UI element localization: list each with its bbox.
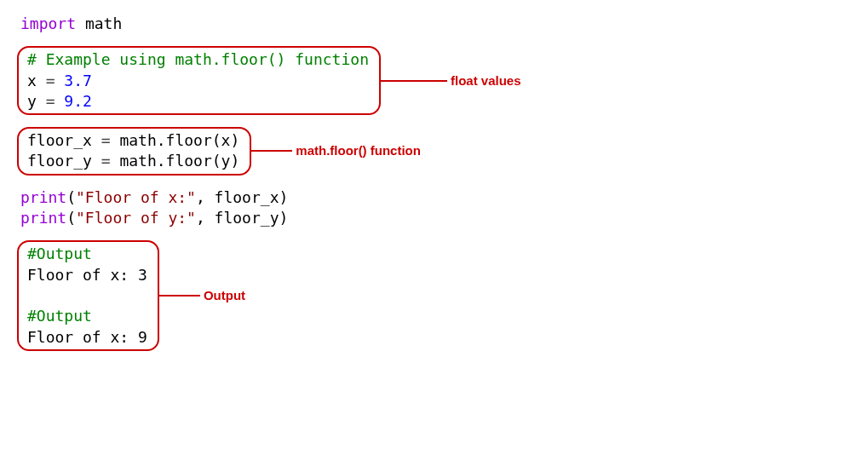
comment-text: # Example using math.floor() function (27, 50, 369, 68)
annotation-connector-icon (158, 295, 200, 296)
floor-y-close: ) (230, 152, 239, 170)
output-annotation: Output (204, 287, 245, 304)
print-y-open: ( (66, 209, 76, 227)
float-values-annotation: float values (451, 72, 521, 89)
val-y: 9.2 (64, 92, 92, 110)
print-block: print("Floor of x:", floor_x) print("Flo… (20, 187, 851, 229)
floor-y-mod: math (119, 152, 156, 170)
print-y-fn: print (20, 209, 66, 227)
annotation-connector-icon (379, 80, 447, 82)
floor-fn-annotation: math.floor() function (296, 142, 421, 159)
val-x: 3.7 (64, 72, 92, 89)
float-values-box: # Example using math.floor() function x … (17, 46, 381, 115)
floor-y-open: ( (212, 152, 221, 170)
var-x: x (27, 72, 37, 89)
print-y: print("Floor of y:", floor_y) (20, 208, 851, 228)
print-y-comma: , (196, 209, 215, 227)
output-comment-2: #Output (27, 306, 147, 326)
print-x-arg: floor_x (215, 188, 279, 206)
print-x: print("Floor of x:", floor_x) (20, 187, 851, 208)
print-x-comma: , (196, 188, 215, 206)
print-y-str: "Floor of y:" (76, 209, 196, 227)
floor-x-eq: = (92, 131, 120, 149)
floor-x-fn: floor (166, 131, 212, 149)
import-module: math (85, 14, 122, 32)
floor-y-line: floor_y = math.floor(y) (27, 151, 239, 171)
print-x-close: ) (279, 188, 288, 206)
floor-y-arg: y (221, 152, 231, 170)
print-x-open: ( (66, 188, 76, 206)
assign-x: x = 3.7 (27, 71, 369, 91)
import-keyword: import (20, 14, 76, 32)
floor-y-dot: . (157, 152, 166, 170)
output-comment-1: #Output (27, 244, 147, 264)
floor-x-var: floor_x (27, 131, 92, 149)
comment-line: # Example using math.floor() function (27, 49, 369, 70)
floor-x-close: ) (230, 131, 239, 149)
float-values-row: # Example using math.floor() function x … (17, 46, 851, 115)
floor-y-eq: = (92, 152, 120, 170)
annotation-connector-icon (250, 150, 292, 152)
output-line-1: Floor of x: 3 (27, 265, 147, 285)
floor-x-line: floor_x = math.floor(x) (27, 130, 239, 151)
print-x-fn: print (20, 188, 66, 206)
floor-y-fn: floor (166, 152, 212, 170)
print-y-arg: floor_y (215, 209, 279, 227)
assign-y: y = 9.2 (27, 91, 369, 112)
floor-fn-row: floor_x = math.floor(x) floor_y = math.f… (17, 127, 851, 176)
output-row: #Output Floor of x: 3 #Output Floor of x… (17, 240, 851, 350)
output-blank (27, 285, 147, 306)
var-y: y (27, 92, 37, 110)
import-line: import math (20, 9, 851, 34)
floor-fn-box: floor_x = math.floor(x) floor_y = math.f… (17, 127, 251, 176)
print-y-close: ) (279, 209, 288, 227)
output-c1: #Output (27, 245, 92, 262)
output-c2: #Output (27, 307, 92, 325)
floor-y-var: floor_y (27, 152, 92, 170)
output-line-2: Floor of x: 9 (27, 327, 147, 348)
eq-x: = (37, 72, 65, 89)
floor-x-dot: . (157, 131, 166, 149)
eq-y: = (37, 92, 65, 110)
print-x-str: "Floor of x:" (76, 188, 196, 206)
floor-x-arg: x (221, 131, 231, 149)
floor-x-mod: math (119, 131, 156, 149)
output-box: #Output Floor of x: 3 #Output Floor of x… (17, 240, 159, 350)
floor-x-open: ( (212, 131, 221, 149)
